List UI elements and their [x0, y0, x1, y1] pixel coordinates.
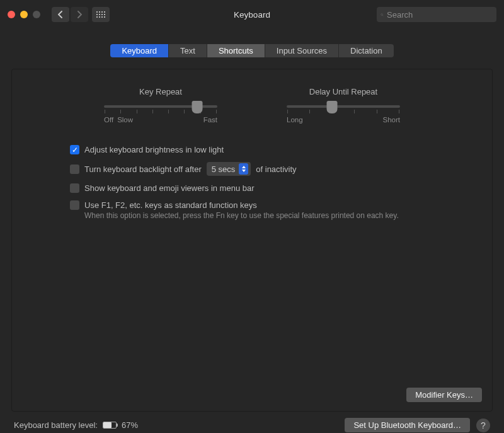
delay-until-repeat-group: Delay Until Repeat Long Short: [287, 87, 400, 124]
modifier-keys-button[interactable]: Modifier Keys…: [406, 388, 482, 402]
nav-buttons: [52, 7, 88, 22]
key-repeat-thumb[interactable]: [192, 101, 202, 113]
fkeys-checkbox[interactable]: [70, 200, 79, 210]
help-button[interactable]: ?: [476, 419, 490, 432]
dropdown-value: 5 secs: [212, 165, 236, 174]
key-repeat-slider[interactable]: [104, 105, 217, 108]
panel: Key Repeat OffSlow Fast Delay Until Repe…: [11, 69, 493, 412]
battery-label: Keyboard battery level:: [14, 420, 98, 430]
show-all-prefs-button[interactable]: [92, 7, 110, 22]
viewers-checkbox[interactable]: [70, 183, 79, 193]
backlight-off-checkbox[interactable]: [70, 165, 79, 174]
key-repeat-label: Key Repeat: [139, 87, 182, 96]
search-box[interactable]: [377, 7, 496, 22]
battery-fill: [103, 422, 112, 428]
svg-point-0: [381, 13, 383, 15]
brightness-checkbox[interactable]: [70, 145, 79, 154]
chevron-right-icon: [76, 11, 83, 18]
key-repeat-group: Key Repeat OffSlow Fast: [104, 87, 217, 124]
back-button[interactable]: [52, 7, 69, 22]
tab-dictation[interactable]: Dictation: [339, 44, 394, 57]
chevron-left-icon: [57, 11, 64, 18]
delay-until-repeat-thumb[interactable]: [327, 101, 338, 113]
window-title: Keyboard: [234, 10, 270, 20]
svg-line-1: [382, 15, 383, 16]
forward-button: [71, 7, 88, 22]
label: Fast: [203, 116, 217, 124]
minimize-window-button[interactable]: [20, 11, 28, 18]
search-icon: [381, 11, 384, 19]
battery-percent: 67%: [122, 420, 138, 430]
titlebar: Keyboard: [0, 0, 504, 29]
backlight-label-pre: Turn keyboard backlight off after: [84, 165, 202, 174]
fkeys-label: Use F1, F2, etc. keys as standard functi…: [84, 200, 257, 210]
tab-input-sources[interactable]: Input Sources: [265, 44, 339, 57]
updown-arrows-icon: [239, 163, 248, 175]
tab-text[interactable]: Text: [169, 44, 207, 57]
label: Off: [104, 116, 113, 124]
battery-icon: [103, 422, 117, 429]
label: Slow: [117, 116, 133, 124]
tab-shortcuts[interactable]: Shortcuts: [207, 44, 265, 57]
label: Long: [287, 116, 303, 124]
delay-until-repeat-label: Delay Until Repeat: [309, 87, 377, 96]
label: Short: [383, 116, 401, 124]
delay-until-repeat-slider[interactable]: [287, 105, 400, 108]
backlight-timeout-dropdown[interactable]: 5 secs: [207, 162, 251, 176]
backlight-label-post: of inactivity: [256, 165, 296, 174]
grid-icon: [96, 11, 105, 18]
fkeys-helptext: When this option is selected, press the …: [84, 211, 479, 220]
viewers-label: Show keyboard and emoji viewers in menu …: [84, 183, 255, 193]
brightness-label: Adjust keyboard brightness in low light: [84, 145, 224, 154]
setup-bluetooth-keyboard-button[interactable]: Set Up Bluetooth Keyboard…: [345, 418, 470, 432]
tab-keyboard[interactable]: Keyboard: [110, 44, 169, 57]
traffic-lights: [8, 11, 40, 18]
zoom-window-button: [33, 11, 40, 18]
close-window-button[interactable]: [8, 11, 15, 18]
tab-bar: Keyboard Text Shortcuts Input Sources Di…: [0, 44, 504, 57]
search-input[interactable]: [387, 10, 493, 20]
